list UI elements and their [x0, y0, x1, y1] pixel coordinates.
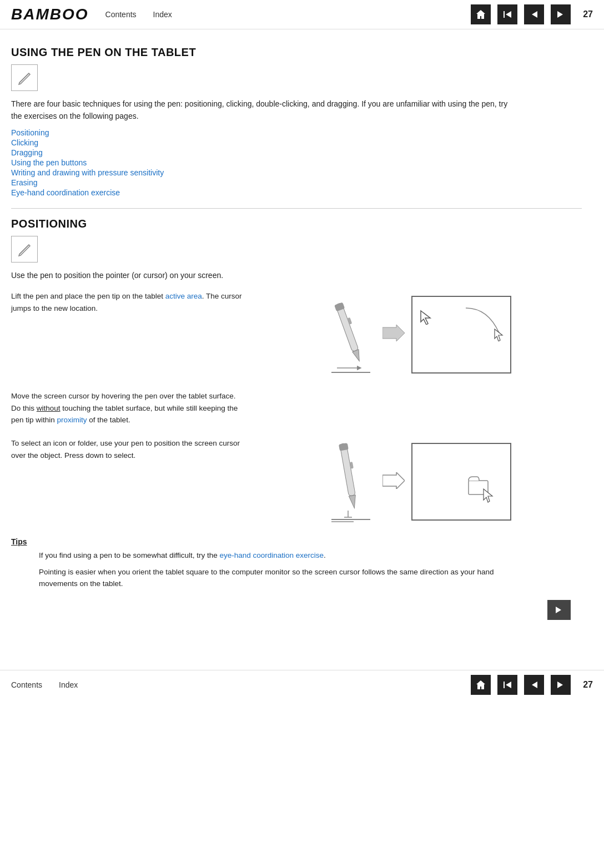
pen-icon-box-2 — [11, 236, 38, 263]
top-navigation: BAMBOO Contents Index 27 — [0, 0, 604, 29]
list-item: Writing and drawing with pressure sensit… — [11, 168, 582, 177]
list-item: Using the pen buttons — [11, 158, 582, 167]
section-divider — [11, 208, 582, 209]
brand-logo: BAMBOO — [11, 6, 89, 23]
without-underline: without — [37, 404, 61, 412]
pen-illustration-1 — [326, 290, 376, 379]
first-page-button-bottom[interactable] — [497, 675, 517, 695]
svg-marker-25 — [382, 472, 405, 489]
home-button-bottom[interactable] — [471, 675, 491, 695]
nav-index-bottom[interactable]: Index — [59, 680, 78, 689]
svg-marker-32 — [557, 682, 563, 688]
section1-title: USING THE PEN ON THE TABLET — [11, 46, 582, 59]
screen-illustration-3 — [411, 443, 511, 521]
list-item: Eye-hand coordination exercise — [11, 188, 582, 197]
first-page-button[interactable] — [497, 4, 517, 24]
link-proximity[interactable]: proximity — [57, 416, 87, 424]
tip-2: Pointing is easier when you orient the t… — [39, 566, 511, 590]
svg-marker-7 — [353, 350, 363, 362]
next-page-button[interactable] — [551, 4, 571, 24]
link-erasing[interactable]: Erasing — [11, 178, 37, 187]
prev-icon — [528, 9, 540, 20]
tips-content: If you find using a pen to be somewhat d… — [11, 549, 511, 590]
svg-marker-28 — [556, 607, 561, 613]
positioning-row2: Move the screen cursor by hovering the p… — [11, 390, 582, 426]
arrow-right-1 — [382, 325, 405, 345]
svg-rect-0 — [504, 11, 505, 18]
intro-text: There are four basic techniques for usin… — [11, 98, 511, 123]
first-icon — [502, 9, 513, 20]
pos-row3-illustration — [255, 437, 582, 526]
home-icon — [475, 9, 486, 20]
pos-row2-text: Move the screen cursor by hovering the p… — [11, 390, 244, 426]
prev-icon-bottom — [528, 679, 540, 690]
next-icon-bottom — [555, 679, 566, 690]
page-number-top: 27 — [583, 9, 593, 19]
nav-index-top[interactable]: Index — [153, 10, 172, 19]
link-eyehand-tip[interactable]: eye-hand coordination exercise — [219, 551, 324, 559]
svg-marker-14 — [421, 311, 430, 325]
svg-marker-2 — [532, 11, 537, 18]
first-icon-bottom — [502, 679, 513, 690]
list-item: Clicking — [11, 138, 582, 147]
home-icon-bottom — [475, 679, 486, 690]
link-pressure[interactable]: Writing and drawing with pressure sensit… — [11, 168, 164, 177]
link-dragging[interactable]: Dragging — [11, 148, 43, 157]
pos-row3-text: To select an icon or folder, use your pe… — [11, 437, 244, 461]
nav-contents-top[interactable]: Contents — [105, 10, 137, 19]
arrow-right-3 — [382, 472, 405, 491]
tip-1: If you find using a pen to be somewhat d… — [39, 549, 511, 562]
tips-section: Tips If you find using a pen to be somew… — [11, 537, 511, 590]
pos-row1-text: Lift the pen and place the pen tip on th… — [11, 290, 244, 314]
svg-marker-31 — [532, 682, 537, 688]
next-page-button-bottom[interactable] — [551, 675, 571, 695]
page-number-bottom: 27 — [583, 680, 593, 690]
next-arrow-icon — [553, 604, 565, 615]
prev-page-button-bottom[interactable] — [524, 675, 544, 695]
list-item: Dragging — [11, 148, 582, 157]
positioning-desc: Use the pen to position the pointer (or … — [11, 269, 511, 281]
pen-icon-1 — [17, 70, 32, 85]
top-nav-left: BAMBOO Contents Index — [11, 6, 172, 23]
tips-title: Tips — [11, 537, 511, 546]
prev-page-button[interactable] — [524, 4, 544, 24]
list-item: Positioning — [11, 128, 582, 137]
home-button[interactable] — [471, 4, 491, 24]
links-list: Positioning Clicking Dragging Using the … — [11, 128, 582, 197]
pen-illustration-3 — [326, 437, 376, 526]
svg-marker-1 — [506, 11, 511, 18]
pos-row1-illustration — [255, 290, 582, 379]
svg-marker-13 — [382, 325, 405, 341]
screen-illustration-1 — [411, 296, 511, 374]
nav-contents-bottom[interactable]: Contents — [11, 680, 42, 689]
svg-marker-30 — [506, 682, 511, 688]
svg-rect-17 — [340, 443, 355, 496]
link-active-area[interactable]: active area — [165, 292, 202, 300]
positioning-row1: Lift the pen and place the pen tip on th… — [11, 290, 582, 379]
svg-marker-3 — [557, 11, 563, 18]
link-clicking[interactable]: Clicking — [11, 138, 38, 147]
cursor-illustration-1 — [418, 308, 435, 325]
next-page-arrow-button[interactable] — [547, 600, 571, 620]
bottom-navigation: Contents Index 27 — [0, 670, 604, 699]
bottom-nav-left: Contents Index — [11, 680, 78, 689]
screen-content-3 — [466, 472, 499, 503]
link-eyehand[interactable]: Eye-hand coordination exercise — [11, 188, 120, 197]
link-positioning[interactable]: Positioning — [11, 128, 49, 137]
bottom-nav-right: 27 — [471, 675, 593, 695]
positioning-row3: To select an icon or folder, use your pe… — [11, 437, 582, 526]
next-icon — [555, 9, 566, 20]
section2-title: POSITIONING — [11, 218, 582, 230]
list-item: Erasing — [11, 178, 582, 187]
pen-icon-2 — [17, 241, 32, 257]
svg-marker-18 — [349, 495, 358, 509]
top-nav-right: 27 — [471, 4, 593, 24]
link-pen-buttons[interactable]: Using the pen buttons — [11, 158, 87, 167]
svg-rect-29 — [504, 682, 505, 688]
cursor-path-1 — [460, 302, 505, 341]
next-page-area — [11, 594, 582, 625]
pen-icon-box-1 — [11, 64, 38, 91]
main-content: USING THE PEN ON THE TABLET There are fo… — [0, 29, 604, 637]
